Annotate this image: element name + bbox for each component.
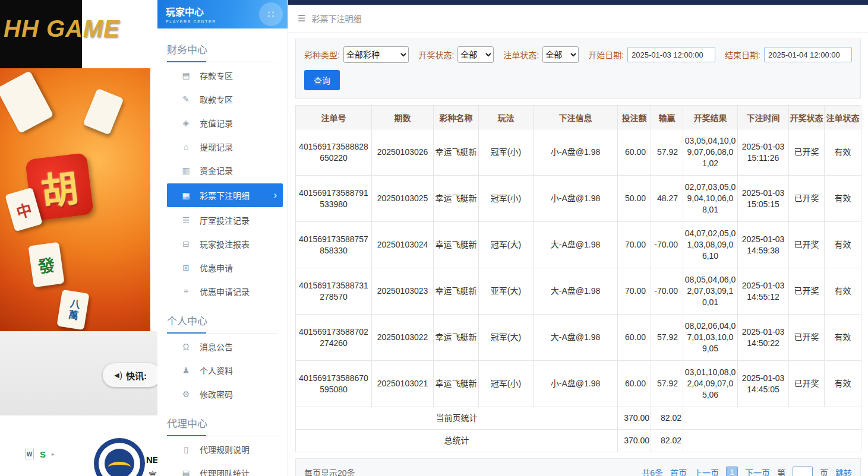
sidebar-item-label: 消息公告 xyxy=(200,341,233,353)
sidebar-item-label: 优惠申请 xyxy=(200,262,233,274)
document-icon: ▯ xyxy=(181,445,191,454)
lottery-type-select[interactable]: 全部彩种 xyxy=(343,46,409,63)
sidebar-item-label: 玩家投注报表 xyxy=(200,238,250,250)
table-cell: 冠军(小) xyxy=(479,176,534,222)
table-cell: 70.00 xyxy=(618,222,651,268)
sidebar-item-label: 充值记录 xyxy=(200,117,233,129)
word-file-icon[interactable] xyxy=(25,449,34,459)
table-cell: 有效 xyxy=(825,315,861,361)
menu-toggle-icon[interactable]: ☰ xyxy=(298,13,305,24)
table-cell: 401569173588731278570 xyxy=(296,268,372,315)
table-row: 40156917358873127857020250103023幸运飞艇新亚军(… xyxy=(296,268,861,315)
table-cell: -70.00 xyxy=(651,268,683,315)
table-cell: 2025-01-03 14:59:38 xyxy=(738,222,789,268)
sidebar-item-funds-record[interactable]: ▥资金记录 xyxy=(157,158,288,182)
team-subtext: 富 xyxy=(149,469,157,476)
table-cell: 幸运飞艇新 xyxy=(434,315,479,361)
sidebar-item-label: 代理团队统计 xyxy=(200,467,250,476)
sidebar-item-lottery-bet-detail[interactable]: ▦彩票下注明细› xyxy=(167,183,283,207)
table-cell: 幸运飞艇新 xyxy=(434,129,479,176)
site-logo: HH GAME xyxy=(4,15,120,42)
player-report-icon: ⊟ xyxy=(181,239,191,249)
column-header: 开奖结果 xyxy=(683,106,738,129)
column-header: 下注信息 xyxy=(534,106,618,129)
table-cell: 03,01,10,08,02,04,09,07,05,06 xyxy=(683,361,738,407)
sidebar-item-label: 取款专区 xyxy=(200,93,233,105)
table-cell: 有效 xyxy=(825,222,861,268)
page-jump-input[interactable] xyxy=(793,467,813,476)
bet-status-select[interactable]: 全部 xyxy=(542,46,579,63)
table-row: 40156917358875785833020250103024幸运飞艇新冠军(… xyxy=(296,222,861,268)
sidebar-item-withdrawal-record[interactable]: ⌂提现记录 xyxy=(157,135,288,158)
sidebar-item-recharge-record[interactable]: ◈充值记录 xyxy=(157,111,288,135)
column-header: 彩种名称 xyxy=(434,106,479,129)
hall-bet-icon: ☰ xyxy=(181,215,191,225)
mahjong-tile-bawan: 八萬 xyxy=(56,290,89,330)
mahjong-tile xyxy=(0,71,53,134)
first-page-link[interactable]: 首页 xyxy=(670,467,687,476)
sidebar-item-label: 修改密码 xyxy=(200,388,233,400)
more-icon[interactable]: ▸ xyxy=(52,451,55,457)
table-cell: 20250103025 xyxy=(372,176,434,222)
next-page-link[interactable]: 下一页 xyxy=(745,467,770,476)
mahjong-tile-fa: 發 xyxy=(28,242,64,288)
table-cell: 401569173588757858330 xyxy=(296,222,372,268)
nav-section-title: 个人中心 xyxy=(167,313,278,334)
nav-section-title: 代理中心 xyxy=(167,415,278,436)
sidebar-item-promo-apply-record[interactable]: ≡优惠申请记录 xyxy=(157,280,288,303)
table-cell: 20250103026 xyxy=(372,129,434,176)
lottery-type-label: 彩种类型: xyxy=(304,49,340,61)
table-cell: 幸运飞艇新 xyxy=(434,268,479,315)
sidebar-item-agent-rules[interactable]: ▯代理规则说明 xyxy=(157,437,288,461)
total-count: 共6条 xyxy=(642,467,663,476)
sidebar-item-personal-profile[interactable]: ♟个人资料 xyxy=(157,358,288,382)
table-cell: 小-A盘@1.98 xyxy=(534,176,618,222)
end-date-label: 结束日期: xyxy=(725,49,760,61)
deposit-card-icon: ▤ xyxy=(181,71,191,80)
summary-cell: 总统计 xyxy=(296,430,618,452)
sidebar-item-withdraw[interactable]: ✎取款专区 xyxy=(157,87,288,111)
left-bottom-area: ▸ NE 富 xyxy=(0,415,157,476)
content-area: 彩种类型: 全部彩种 开奖状态: 全部 注单状态: 全部 开始日期: 结束日期: xyxy=(288,33,868,476)
column-header: 玩法 xyxy=(479,106,534,129)
sidebar-item-player-bet-report[interactable]: ⊟玩家投注报表 xyxy=(157,232,288,256)
speaker-icon: ◄) xyxy=(112,370,121,380)
prev-page-link[interactable]: 上一页 xyxy=(694,467,719,476)
promo-record-icon: ≡ xyxy=(181,287,191,296)
table-cell: 2025-01-03 14:50:22 xyxy=(738,315,789,361)
sidebar-item-label: 厅室投注记录 xyxy=(200,214,250,226)
sidebar-item-agent-team-stats[interactable]: ▤代理团队统计 xyxy=(157,461,288,476)
wps-file-icon[interactable] xyxy=(38,449,48,459)
team-logo xyxy=(94,438,145,476)
table-cell: 08,02,06,04,07,01,03,10,09,05 xyxy=(683,315,738,361)
table-cell: 20250103023 xyxy=(372,268,434,315)
table-cell: 2025-01-03 15:05:15 xyxy=(738,176,789,222)
sidebar-item-promo-apply[interactable]: ⊞优惠申请 xyxy=(157,256,288,280)
start-date-input[interactable] xyxy=(627,47,715,62)
summary-cell: 370.00 xyxy=(618,407,651,430)
table-cell: 04,07,02,05,01,03,08,09,06,10 xyxy=(683,222,738,268)
summary-cell: 370.00 xyxy=(618,430,651,452)
column-header: 下注时间 xyxy=(738,106,789,129)
draw-status-select[interactable]: 全部 xyxy=(457,46,494,63)
search-button[interactable]: 查询 xyxy=(304,70,340,90)
table-cell: 幸运飞艇新 xyxy=(434,176,479,222)
table-cell: 57.92 xyxy=(651,129,683,176)
table-cell: 幸运飞艇新 xyxy=(434,222,479,268)
sidebar-item-hall-bet-record[interactable]: ☰厅室投注记录 xyxy=(157,208,288,232)
sidebar-item-label: 个人资料 xyxy=(200,364,233,376)
table-cell: 2025-01-03 15:11:26 xyxy=(738,129,789,176)
sidebar-item-message-announcement[interactable]: Ω消息公告 xyxy=(157,335,288,358)
draw-status-label: 开奖状态: xyxy=(418,49,454,61)
table-row: 40156917358867059508020250103021幸运飞艇新冠军(… xyxy=(296,361,861,407)
table-cell: -70.00 xyxy=(651,222,683,268)
sidebar-item-change-password[interactable]: ⚙修改密码 xyxy=(157,382,288,406)
jump-link[interactable]: 跳转 xyxy=(835,467,852,476)
end-date-input[interactable] xyxy=(764,47,852,62)
table-cell: 已开奖 xyxy=(789,315,825,361)
table-cell: 大-A盘@1.98 xyxy=(534,268,618,315)
table-cell: 有效 xyxy=(825,268,861,315)
current-page[interactable]: 1 xyxy=(726,467,738,476)
sidebar-item-deposit[interactable]: ▤存款专区 xyxy=(157,64,288,87)
column-header: 注单号 xyxy=(296,106,372,129)
